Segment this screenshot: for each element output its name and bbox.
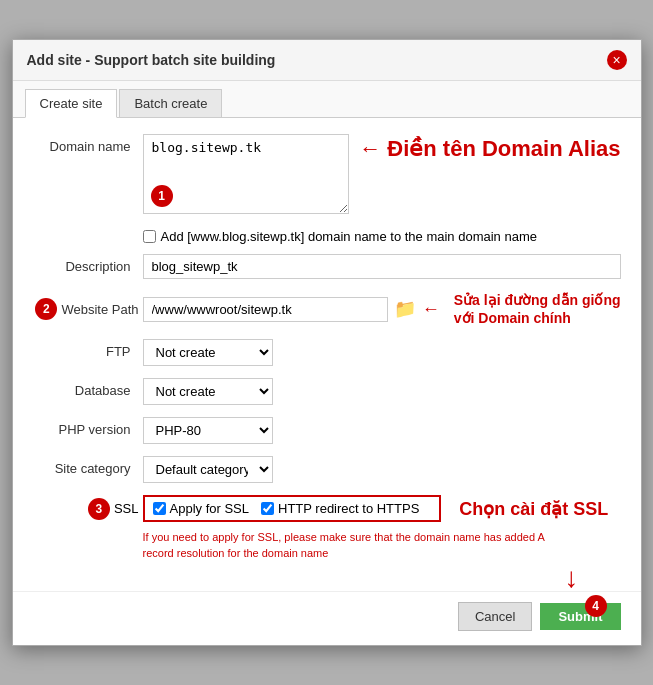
ssl-note: If you need to apply for SSL, please mak… [143, 530, 563, 561]
website-path-input-wrap: 📁 ← Sửa lại đường dẫn giống với Domain c… [143, 291, 621, 327]
description-row: Description [33, 254, 621, 279]
ssl-annotation-text: Chọn cài đặt SSL [459, 498, 608, 520]
arrow-left-path-icon: ← [422, 299, 440, 320]
database-select[interactable]: Not create Create [143, 378, 273, 405]
modal-footer: ↓ Cancel Submit 4 [13, 591, 641, 645]
site-category-select-wrap: Default category [143, 456, 621, 483]
ssl-label: SSL [114, 501, 139, 516]
modal-body: Domain name blog.sitewp.tk 1 ← Điền tên … [13, 118, 641, 591]
cancel-button[interactable]: Cancel [458, 602, 532, 631]
ftp-select[interactable]: Not create Create [143, 339, 273, 366]
website-path-row: 2 Website Path 📁 ← Sửa lại đường dẫn giố… [33, 291, 621, 327]
submit-button[interactable]: Submit [540, 603, 620, 630]
www-checkbox[interactable] [143, 230, 156, 243]
ftp-label: FTP [33, 339, 143, 359]
apply-ssl-label: Apply for SSL [153, 501, 250, 516]
badge-2: 2 [35, 298, 57, 320]
modal-title: Add site - Support batch site building [27, 52, 276, 68]
http-redirect-label: HTTP redirect to HTTPS [261, 501, 419, 516]
tab-bar: Create site Batch create [13, 81, 641, 118]
close-button[interactable]: × [607, 50, 627, 70]
php-version-label: PHP version [33, 417, 143, 437]
arrow-down-icon: ↓ [565, 562, 579, 594]
database-label: Database [33, 378, 143, 398]
ssl-options-and-annotation: Apply for SSL HTTP redirect to HTTPS Chọ… [143, 495, 621, 522]
domain-annotation: ← Điền tên Domain Alias [359, 136, 620, 162]
badge-3: 3 [88, 498, 110, 520]
php-version-row: PHP version PHP-80 PHP-74 PHP-72 PHP-56 [33, 417, 621, 444]
submit-wrap: Submit 4 [540, 603, 620, 630]
website-path-input[interactable] [143, 297, 388, 322]
database-select-wrap: Not create Create [143, 378, 621, 405]
ssl-options-box: Apply for SSL HTTP redirect to HTTPS [143, 495, 442, 522]
site-category-select[interactable]: Default category [143, 456, 273, 483]
http-redirect-checkbox[interactable] [261, 502, 274, 515]
ftp-row: FTP Not create Create [33, 339, 621, 366]
ftp-select-wrap: Not create Create [143, 339, 621, 366]
php-version-select[interactable]: PHP-80 PHP-74 PHP-72 PHP-56 [143, 417, 273, 444]
domain-annotation-text: Điền tên Domain Alias [387, 136, 620, 162]
badge-4: 4 [585, 595, 607, 617]
domain-name-row: Domain name blog.sitewp.tk 1 ← Điền tên … [33, 134, 621, 217]
website-path-label: 2 Website Path [33, 298, 143, 320]
badge-1: 1 [151, 185, 173, 207]
description-input[interactable] [143, 254, 621, 279]
domain-name-label: Domain name [33, 134, 143, 154]
tab-create-site[interactable]: Create site [25, 89, 118, 118]
description-label: Description [33, 254, 143, 274]
www-checkbox-label: Add [www.blog.sitewp.tk] domain name to … [161, 229, 537, 244]
description-input-wrap [143, 254, 621, 279]
modal-header: Add site - Support batch site building × [13, 40, 641, 81]
folder-icon[interactable]: 📁 [394, 298, 416, 320]
domain-name-input[interactable]: blog.sitewp.tk [143, 134, 350, 214]
apply-ssl-checkbox[interactable] [153, 502, 166, 515]
php-select-wrap: PHP-80 PHP-74 PHP-72 PHP-56 [143, 417, 621, 444]
database-row: Database Not create Create [33, 378, 621, 405]
ssl-row: 3 SSL Apply for SSL HTTP redirect to HTT… [33, 495, 621, 522]
tab-batch-create[interactable]: Batch create [119, 89, 222, 117]
site-category-label: Site category [33, 456, 143, 476]
modal: Add site - Support batch site building ×… [12, 39, 642, 646]
path-annotation: Sửa lại đường dẫn giống với Domain chính [454, 291, 621, 327]
arrow-left-icon: ← [359, 136, 381, 162]
ssl-label-area: 3 SSL [33, 498, 143, 520]
site-category-row: Site category Default category [33, 456, 621, 483]
www-checkbox-row: Add [www.blog.sitewp.tk] domain name to … [143, 229, 621, 244]
